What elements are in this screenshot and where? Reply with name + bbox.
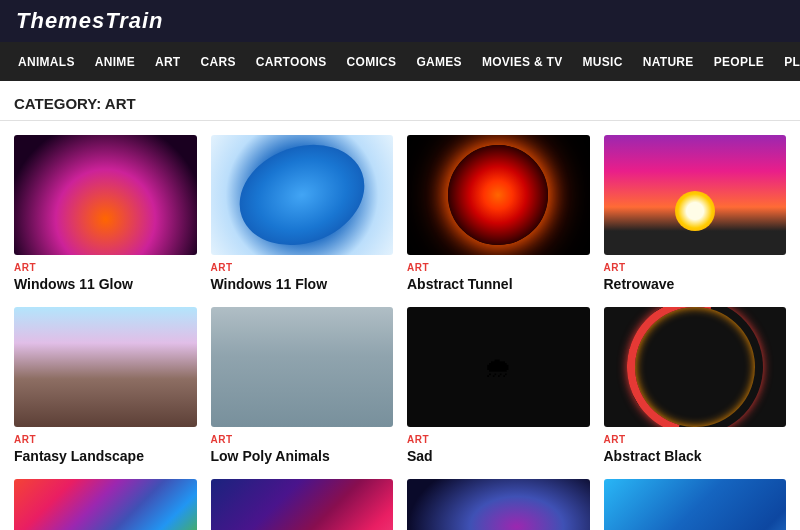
card-title: Retrowave [604, 275, 787, 293]
card-item[interactable]: ARTWindows 11 Glow [14, 135, 197, 293]
card-item[interactable]: ARTAbstract Tunnel [407, 135, 590, 293]
main-nav: ANIMALSANIMEARTCARSCARTOONSCOMICSGAMESMO… [0, 42, 800, 81]
card-title: Windows 11 Glow [14, 275, 197, 293]
card-badge: ART [211, 434, 394, 445]
card-item[interactable]: ARTWindows 11 Flow [211, 135, 394, 293]
card-thumbnail [604, 135, 787, 255]
card-title: Abstract Tunnel [407, 275, 590, 293]
nav-item-games[interactable]: GAMES [406, 45, 472, 79]
card-thumbnail [211, 135, 394, 255]
card-item[interactable]: ART [407, 479, 590, 530]
card-thumbnail [604, 479, 787, 530]
nav-item-cartoons[interactable]: CARTOONS [246, 45, 337, 79]
card-title: Fantasy Landscape [14, 447, 197, 465]
nav-item-nature[interactable]: NATURE [633, 45, 704, 79]
nav-item-places[interactable]: PLACES [774, 45, 800, 79]
card-thumbnail [14, 307, 197, 427]
card-badge: ART [407, 262, 590, 273]
card-item[interactable]: ARTLow Poly Animals [211, 307, 394, 465]
nav-item-movies-&-tv[interactable]: MOVIES & TV [472, 45, 573, 79]
nav-item-people[interactable]: PEOPLE [704, 45, 774, 79]
site-header: ThemesTrain [0, 0, 800, 42]
card-thumbnail [407, 135, 590, 255]
card-thumbnail [14, 135, 197, 255]
card-badge: ART [211, 262, 394, 273]
card-item[interactable]: ART [14, 479, 197, 530]
card-thumbnail [211, 307, 394, 427]
card-badge: ART [604, 434, 787, 445]
nav-item-anime[interactable]: ANIME [85, 45, 145, 79]
nav-item-cars[interactable]: CARS [191, 45, 246, 79]
card-badge: ART [14, 262, 197, 273]
nav-item-comics[interactable]: COMICS [337, 45, 407, 79]
card-thumbnail [407, 479, 590, 530]
nav-item-music[interactable]: MUSIC [573, 45, 633, 79]
card-badge: ART [14, 434, 197, 445]
card-thumbnail [14, 479, 197, 530]
logo-text: ThemesTrain [16, 8, 164, 33]
site-logo[interactable]: ThemesTrain [16, 8, 164, 34]
card-item[interactable]: ART [604, 479, 787, 530]
card-title: Sad [407, 447, 590, 465]
card-item[interactable]: ARTSad [407, 307, 590, 465]
card-thumbnail [211, 479, 394, 530]
card-title: Windows 11 Flow [211, 275, 394, 293]
card-grid: ARTWindows 11 GlowARTWindows 11 FlowARTA… [0, 131, 800, 530]
card-item[interactable]: ARTRetrowave [604, 135, 787, 293]
nav-item-art[interactable]: ART [145, 45, 191, 79]
card-item[interactable]: ARTAbstract Black [604, 307, 787, 465]
nav-item-animals[interactable]: ANIMALS [8, 45, 85, 79]
card-badge: ART [407, 434, 590, 445]
card-item[interactable]: ART [211, 479, 394, 530]
card-title: Low Poly Animals [211, 447, 394, 465]
card-thumbnail [407, 307, 590, 427]
card-title: Abstract Black [604, 447, 787, 465]
card-badge: ART [604, 262, 787, 273]
card-item[interactable]: ARTFantasy Landscape [14, 307, 197, 465]
category-title: CATEGORY: ART [0, 81, 800, 121]
card-thumbnail [604, 307, 787, 427]
